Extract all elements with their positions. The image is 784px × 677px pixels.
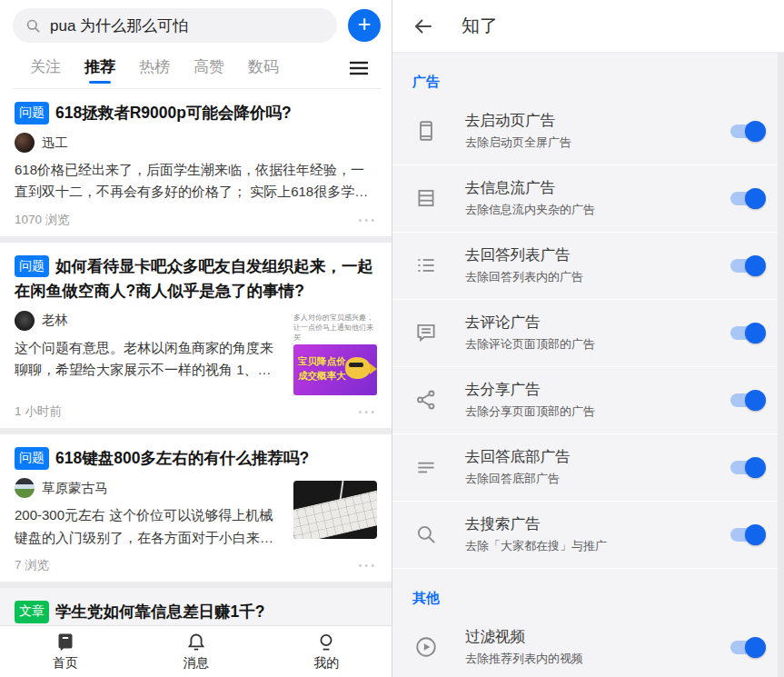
nav-profile[interactable]: 我的: [261, 626, 392, 677]
setting-title: 去启动页广告: [465, 111, 718, 131]
toggle-switch[interactable]: [730, 259, 764, 273]
settings-header: 知了: [392, 0, 784, 53]
setting-title: 去分享广告: [465, 380, 718, 400]
toggle-switch[interactable]: [730, 528, 764, 542]
author-name: 迅工: [42, 134, 68, 152]
tab-bar: 关注 推荐 热榜 高赞 数码: [13, 43, 381, 89]
tab-menu-icon[interactable]: [350, 61, 368, 85]
author-name: 老林: [42, 312, 68, 329]
author-avatar: [15, 133, 35, 153]
card-title: 问题如何看待显卡吧众多吧友自发组织起来，一起在闲鱼做空商人?商人似乎是急了的事情…: [15, 254, 377, 304]
nav-label: 我的: [313, 655, 339, 672]
setting-row-splash-ads[interactable]: 去启动页广告 去除启动页全屏广告: [392, 98, 784, 165]
promo-image: 宝贝降点价 成交概率大: [293, 344, 377, 395]
setting-row-share-ads[interactable]: 去分享广告 去除分享页面顶部的广告: [392, 367, 784, 434]
article-badge: 文章: [15, 601, 49, 623]
setting-title: 过滤视频: [465, 627, 718, 647]
search-bar[interactable]: [13, 8, 337, 43]
tab-digital[interactable]: 数码: [248, 56, 279, 88]
feed-card-2[interactable]: 问题如何看待显卡吧众多吧友自发组织起来，一起在闲鱼做空商人?商人似乎是急了的事情…: [0, 243, 392, 429]
nav-messages[interactable]: 消息: [131, 626, 262, 677]
comment-icon: [412, 321, 440, 344]
tab-follow[interactable]: 关注: [30, 56, 61, 88]
scrollbar[interactable]: [778, 53, 784, 677]
setting-row-search-ads[interactable]: 去搜索广告 去除「大家都在搜」与推广: [392, 502, 784, 569]
question-badge: 问题: [15, 255, 49, 278]
search-icon: [25, 17, 42, 35]
setting-title: 去信息流广告: [465, 178, 718, 198]
toggle-switch[interactable]: [730, 641, 764, 654]
setting-subtitle: 去除分享页面顶部的广告: [465, 403, 718, 420]
setting-subtitle: 去除启动页全屏广告: [465, 134, 718, 151]
search-icon: [412, 523, 440, 546]
toggle-switch[interactable]: [730, 326, 764, 340]
setting-title: 去回答列表广告: [465, 245, 718, 265]
keyboard-thumbnail: [293, 481, 377, 539]
bell-icon: [185, 632, 207, 653]
tab-upvoted[interactable]: 高赞: [194, 56, 224, 88]
card-title: 问题618拯救者R9000p可能会降价吗?: [15, 101, 377, 125]
nav-label: 消息: [184, 655, 209, 672]
text-lines-icon: [412, 455, 440, 479]
search-input[interactable]: [50, 16, 325, 35]
section-header-ads: 广告: [392, 53, 784, 98]
add-button[interactable]: +: [348, 9, 381, 42]
setting-subtitle: 去除推荐列表内的视频: [465, 651, 718, 667]
promo-note: 多人对你的宝贝感兴趣，让一点价马上通知他们来买: [293, 314, 377, 343]
feed-card-3[interactable]: 问题618键盘800多左右的有什么推荐吗? 草原蒙古马 200-300元左右 这…: [0, 434, 392, 582]
promo-thumbnail: 多人对你的宝贝感兴趣，让一点价马上通知他们来买 宝贝降点价 成交概率大: [293, 314, 377, 395]
setting-row-comment-ads[interactable]: 去评论广告 去除评论页面顶部的广告: [392, 300, 784, 367]
setting-subtitle: 去除评论页面顶部的广告: [465, 336, 718, 353]
more-icon[interactable]: •••: [358, 214, 377, 225]
setting-subtitle: 去除回答列表内的广告: [465, 269, 718, 285]
tab-hot[interactable]: 热榜: [139, 56, 170, 88]
card-meta: 1 小时前: [15, 403, 62, 420]
setting-row-answer-list-ads[interactable]: 去回答列表广告 去除回答列表内的广告: [392, 233, 784, 300]
feed-panel: + 关注 推荐 热榜 高赞 数码 问题618拯救者R9000p可能会降价吗?: [0, 0, 392, 677]
card-title: 问题618键盘800多左右的有什么推荐吗?: [15, 446, 377, 471]
nav-label: 首页: [53, 655, 78, 672]
setting-title: 去搜索广告: [465, 514, 718, 534]
setting-subtitle: 去除回答底部广告: [465, 471, 718, 487]
play-icon: [412, 635, 440, 659]
setting-subtitle: 去除「大家都在搜」与推广: [465, 538, 718, 554]
phone-icon: [412, 119, 440, 143]
more-icon[interactable]: •••: [358, 560, 377, 571]
card-title: 文章学生党如何靠信息差日赚1千?: [15, 600, 377, 624]
profile-icon: [315, 632, 337, 653]
setting-row-answer-bottom-ads[interactable]: 去回答底部广告 去除回答底部广告: [392, 434, 784, 502]
app-root: + 关注 推荐 热榜 高赞 数码 问题618拯救者R9000p可能会降价吗?: [0, 0, 784, 677]
tab-recommend[interactable]: 推荐: [84, 56, 115, 88]
more-icon[interactable]: •••: [358, 406, 377, 417]
toggle-switch[interactable]: [730, 393, 764, 407]
home-icon: [55, 632, 76, 653]
card-meta: 1070 浏览: [15, 212, 70, 228]
toggle-switch[interactable]: [730, 124, 764, 138]
setting-row-feed-ads[interactable]: 去信息流广告 去除信息流内夹杂的广告: [392, 165, 784, 233]
author-avatar: [15, 311, 35, 331]
settings-list: 广告 去启动页广告 去除启动页全屏广告: [392, 53, 784, 677]
share-icon: [412, 388, 440, 412]
nav-home[interactable]: 首页: [0, 626, 131, 677]
toggle-switch[interactable]: [730, 192, 764, 205]
author-row[interactable]: 迅工: [15, 133, 377, 153]
section-header-other: 其他: [392, 569, 784, 614]
feed-card-4[interactable]: 文章学生党如何靠信息差日赚1千? 小葵: [0, 588, 392, 625]
setting-row-filter-video[interactable]: 过滤视频 去除推荐列表内的视频: [392, 614, 784, 677]
question-badge: 问题: [15, 447, 49, 470]
question-badge: 问题: [15, 102, 49, 124]
card-excerpt: 200-300元左右 这个价位可以说够得上机械键盘的入门级别了，在各方面对于小白…: [15, 504, 283, 549]
author-name: 草原蒙古马: [42, 480, 108, 497]
bottom-nav: 首页 消息 我的: [0, 625, 392, 677]
feed-list: 问题618拯救者R9000p可能会降价吗? 迅工 618价格已经出来了，后面学生…: [0, 89, 392, 625]
feed-header: + 关注 推荐 热榜 高赞 数码: [0, 0, 392, 89]
setting-subtitle: 去除信息流内夹杂的广告: [465, 202, 718, 218]
fish-illustration: [345, 357, 371, 379]
back-icon[interactable]: [412, 15, 434, 37]
card-excerpt: 这个问题有意思。老林以闲鱼商家的角度来聊聊，希望给大家展示不一样的视角 1、自发…: [15, 337, 283, 382]
toggle-switch[interactable]: [730, 461, 764, 474]
card-excerpt: 618价格已经出来了，后面学生潮来临，依据往年经验，一直到双十二，不再会有多好的…: [15, 159, 377, 204]
setting-title: 去回答底部广告: [465, 447, 718, 467]
feed-card-1[interactable]: 问题618拯救者R9000p可能会降价吗? 迅工 618价格已经出来了，后面学生…: [0, 89, 392, 236]
feed-rows-icon: [412, 186, 440, 210]
